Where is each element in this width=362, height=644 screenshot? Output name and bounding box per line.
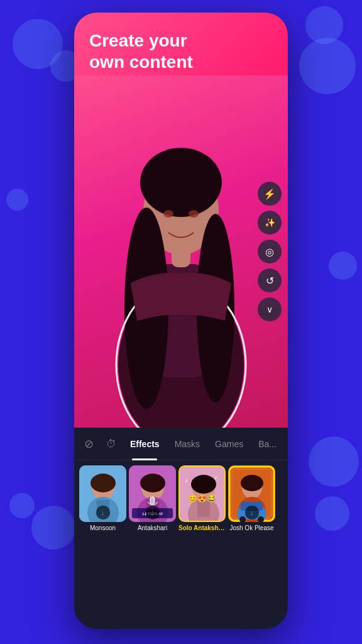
josh-label: Josh Ok Please <box>229 525 273 531</box>
download-icon-antakshari: ↓ <box>151 509 155 516</box>
effects-grid: ↓ Monsoon <box>74 460 288 536</box>
download-icon-monsoon: ↓ <box>101 509 105 516</box>
none-icon: ⊘ <box>84 437 94 451</box>
phone-frame: Create your own content <box>74 13 288 629</box>
monsoon-label: Monsoon <box>90 525 116 531</box>
effect-thumb-monsoon: ↓ <box>79 465 126 522</box>
deco-circle-9 <box>6 189 28 211</box>
svg-rect-28 <box>197 501 210 517</box>
flip-icon: ↺ <box>266 275 274 287</box>
flash-btn[interactable]: ⚡ <box>258 182 282 206</box>
header-area: Create your own content <box>74 13 288 75</box>
bottom-panel: ⊘ ⏱ Effects Masks Games Ba ... <box>74 428 288 629</box>
svg-point-26 <box>191 475 216 494</box>
beauty-btn[interactable]: ✨ <box>258 211 282 235</box>
header-title: Create your own content <box>89 30 273 72</box>
tab-ba-label: Ba <box>258 439 269 449</box>
effect-antakshari[interactable]: LETS PLAY ↓ Antakshari <box>129 465 176 531</box>
filter-btn[interactable]: ◎ <box>258 240 282 264</box>
download-icon-josh: ↓ <box>250 509 254 516</box>
toolbar: ⚡ ✨ ◎ ↺ ∨ <box>258 182 282 321</box>
effect-thumb-josh: ↓ <box>228 465 275 522</box>
beauty-icon: ✨ <box>265 218 275 228</box>
tab-timer[interactable]: ⏱ <box>101 433 121 455</box>
svg-point-35 <box>241 475 263 491</box>
tab-effects[interactable]: Effects <box>124 428 166 460</box>
tab-background[interactable]: Ba ... <box>252 428 283 460</box>
svg-text:♪: ♪ <box>185 477 188 484</box>
effect-thumb-antakshari: LETS PLAY ↓ <box>129 465 176 522</box>
header-line1: Create your <box>89 31 187 50</box>
solo-emoji-row: 😊😍😂 <box>188 494 216 503</box>
tab-masks[interactable]: Masks <box>168 428 206 460</box>
svg-point-9 <box>189 210 199 218</box>
antakshari-download-badge: ↓ <box>146 506 160 519</box>
josh-download-badge: ↓ <box>245 506 259 519</box>
more-icon: ∨ <box>266 304 273 314</box>
deco-circle-5 <box>9 493 35 518</box>
tab-ba-ellipsis: ... <box>269 439 277 449</box>
tab-masks-label: Masks <box>175 439 200 449</box>
svg-text:♪: ♪ <box>214 474 217 480</box>
monsoon-download-badge: ↓ <box>96 506 110 519</box>
tab-games-label: Games <box>215 439 243 449</box>
effect-josh[interactable]: ↓ Josh Ok Please <box>228 465 275 531</box>
filter-icon: ◎ <box>265 246 274 258</box>
antakshari-label: Antakshari <box>138 525 167 531</box>
svg-point-17 <box>140 474 165 492</box>
tab-none[interactable]: ⊘ <box>79 433 99 455</box>
deco-circle-8 <box>309 436 359 487</box>
deco-circle-6 <box>31 506 75 550</box>
tab-games[interactable]: Games <box>209 428 250 460</box>
header-line2: own content <box>89 52 193 72</box>
effect-thumb-solo: ♪ ♪ 😊😍😂 <box>178 465 226 522</box>
woman-figure-svg <box>93 101 269 428</box>
camera-view: ⚡ ✨ ◎ ↺ ∨ <box>74 75 288 428</box>
svg-rect-20 <box>150 497 155 504</box>
svg-point-8 <box>163 210 173 218</box>
solo-label: Solo Antakshari <box>178 525 226 531</box>
svg-point-12 <box>90 474 116 492</box>
tab-bar: ⊘ ⏱ Effects Masks Games Ba ... <box>74 428 288 460</box>
flip-btn[interactable]: ↺ <box>258 269 282 292</box>
flash-icon: ⚡ <box>263 188 276 200</box>
more-btn[interactable]: ∨ <box>258 297 282 321</box>
timer-icon: ⏱ <box>106 438 116 450</box>
svg-point-4 <box>140 148 222 217</box>
tab-effects-label: Effects <box>130 439 160 449</box>
effect-solo-antakshari[interactable]: ♪ ♪ 😊😍😂 Solo Antakshari <box>178 465 226 531</box>
deco-circle-4 <box>299 38 356 94</box>
deco-circle-10 <box>329 252 357 280</box>
effect-monsoon[interactable]: ↓ Monsoon <box>79 465 126 531</box>
deco-circle-7 <box>315 496 349 531</box>
